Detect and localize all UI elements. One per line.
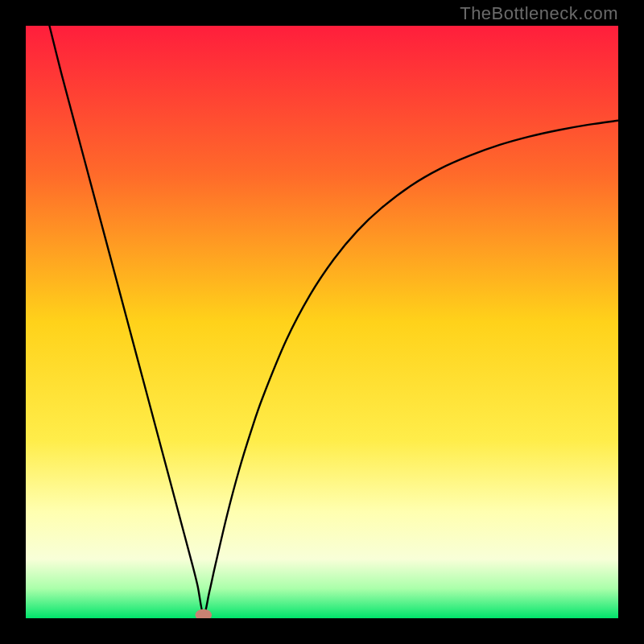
gradient-background <box>26 26 618 618</box>
attribution-label: TheBottleneck.com <box>460 3 618 24</box>
bottleneck-chart <box>26 26 618 618</box>
plot-area <box>26 26 618 618</box>
chart-frame: TheBottleneck.com <box>0 0 644 644</box>
